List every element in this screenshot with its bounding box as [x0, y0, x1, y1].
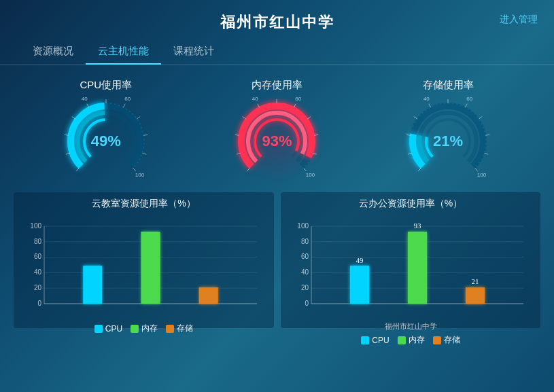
storage-gauge-wrap: 21%: [404, 97, 492, 185]
legend-cpu-label: CPU: [105, 324, 122, 334]
cpu-gauge-title: CPU使用率: [80, 79, 132, 92]
legend-cpu: CPU: [94, 323, 122, 334]
right-legend-cpu-dot: [361, 336, 369, 344]
right-legend-cpu: CPU: [361, 334, 389, 346]
right-legend-storage-dot: [433, 336, 441, 344]
tab-bar: 资源概况 云主机性能 课程统计: [0, 39, 554, 65]
legend-mem: 内存: [131, 323, 158, 334]
legend-storage: 存储: [166, 323, 193, 334]
charts-row: 云教室资源使用率（%） CPU 内存 存储 云办公资源使用率（%） 福州市红山中…: [0, 185, 554, 328]
cpu-gauge-wrap: 49%: [62, 97, 150, 185]
manage-link[interactable]: 进入管理: [500, 14, 538, 26]
left-chart-box: 云教室资源使用率（%） CPU 内存 存储: [14, 192, 274, 328]
right-chart-box: 云办公资源使用率（%） 福州市红山中学 CPU 内存 存储: [281, 192, 540, 328]
storage-gauge-title: 存储使用率: [423, 79, 474, 92]
tab-courses[interactable]: 课程统计: [161, 39, 226, 65]
right-legend-mem-label: 内存: [409, 334, 425, 346]
right-legend-cpu-label: CPU: [372, 336, 389, 345]
right-legend-storage-label: 存储: [444, 334, 460, 346]
storage-gauge-value: 21%: [433, 132, 463, 150]
cpu-gauge-container: CPU使用率 49%: [62, 79, 150, 185]
right-chart-area: [288, 213, 534, 320]
left-chart-legend: CPU 内存 存储: [20, 323, 267, 334]
mem-gauge-wrap: 93%: [232, 97, 321, 185]
right-chart-title: 云办公资源使用率（%）: [288, 198, 534, 210]
page-title: 福州市红山中学: [0, 0, 554, 39]
legend-mem-dot: [131, 325, 139, 333]
legend-storage-label: 存储: [177, 323, 193, 334]
legend-mem-label: 内存: [141, 323, 158, 334]
mem-gauge-container: 内存使用率 93%: [232, 79, 321, 185]
cpu-gauge-value: 49%: [91, 132, 121, 150]
gauges-row: CPU使用率 49% 内存使用率 93% 存储使用率 21%: [0, 72, 554, 185]
tab-vm-perf[interactable]: 云主机性能: [86, 39, 161, 65]
legend-cpu-dot: [94, 325, 103, 333]
left-chart-title: 云教室资源使用率（%）: [20, 198, 267, 210]
mem-gauge-title: 内存使用率: [252, 79, 302, 92]
right-legend-mem: 内存: [398, 334, 425, 346]
right-legend-storage: 存储: [433, 334, 460, 346]
legend-storage-dot: [166, 325, 174, 333]
left-chart-area: [20, 213, 267, 320]
mem-gauge-value: 93%: [262, 132, 292, 150]
right-legend-mem-dot: [398, 336, 406, 344]
storage-gauge-container: 存储使用率 21%: [404, 79, 492, 185]
tab-resources[interactable]: 资源概况: [20, 39, 86, 65]
right-chart-legend: CPU 内存 存储: [288, 334, 534, 346]
right-chart-group-label: 福州市红山中学: [288, 321, 534, 332]
